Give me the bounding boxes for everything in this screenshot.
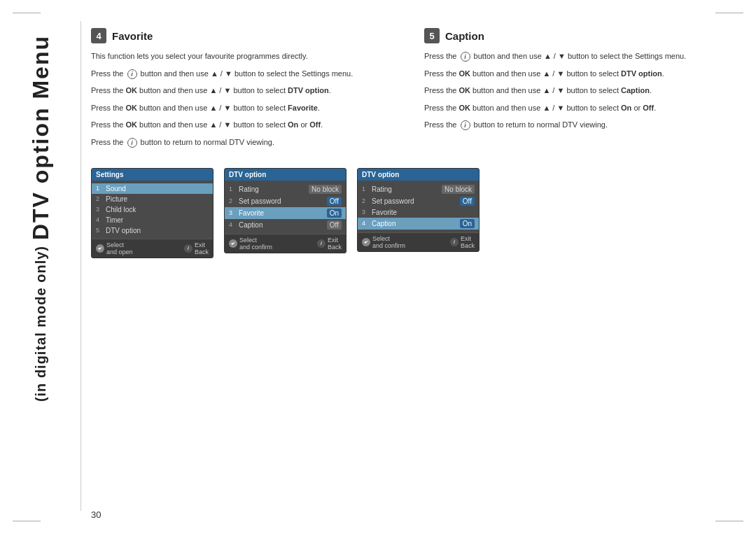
nav-left-line1-3: Select	[372, 235, 405, 242]
dtv-cap-menu-num-4: 4	[362, 220, 372, 227]
favorite-section: 4 Favorite This function lets you select…	[91, 21, 410, 154]
caption-p2: Press the OK button and then use ▲ / ▼ b…	[424, 68, 743, 80]
caption-title: Caption	[445, 30, 484, 42]
nav-left-line1: Select	[106, 241, 133, 248]
nav-exit-right: i Exit Back	[184, 241, 209, 255]
dtv-cap-menu-row-favorite: 3 Favorite	[358, 207, 479, 218]
favorite-p6: Press the i button to return to normal D…	[91, 136, 410, 149]
caption-header: 5 Caption	[424, 28, 743, 43]
screens-row: Settings 1 Sound 2 Picture 3 Child lock	[91, 168, 743, 258]
favorite-header: 4 Favorite	[91, 28, 410, 43]
dtv-cap-menu-label-setpw: Set password	[372, 197, 460, 205]
menu-row-timer: 4 Timer	[92, 215, 213, 225]
dtv-cap-menu-num-3: 3	[362, 209, 372, 216]
dtv-caption-screen-title: DTV option	[358, 169, 479, 181]
dtv-favorite-screen: DTV option 1 Rating No block 2 Set passw…	[224, 168, 346, 253]
favorite-p2: Press the i button and then use ▲ / ▼ bu…	[91, 68, 410, 80]
nav-exit-right-2: i Exit Back	[317, 237, 342, 251]
i-icon-settings: i	[184, 244, 192, 253]
favorite-body: This function lets you select your favou…	[91, 50, 410, 149]
favorite-p5: Press the OK button and then use ▲ / ▼ b…	[91, 119, 410, 132]
dtv-menu-row-caption: 4 Caption Off	[225, 219, 346, 231]
dtv-caption-screen: DTV option 1 Rating No block 2 Set passw…	[357, 168, 479, 252]
nav-right-line1: Exit	[195, 241, 209, 248]
dtv-menu-label-favorite: Favorite	[239, 209, 327, 217]
dtv-menu-value-setpw: Off	[327, 197, 342, 206]
nav-right-line1-2: Exit	[328, 237, 342, 244]
menu-label-picture: Picture	[106, 195, 209, 203]
settings-nav: Select and open i Exit Back	[92, 239, 213, 258]
dtv-menu-label-setpw: Set password	[239, 197, 327, 205]
i-icon-dtv-cap: i	[450, 238, 458, 246]
vertical-divider	[80, 21, 81, 511]
dtv-menu-value-favorite: On	[327, 209, 342, 218]
dtv-cap-menu-value-caption: On	[460, 219, 475, 228]
dtv-caption-nav: Select and confirm i Exit Back	[358, 232, 479, 251]
dtv-cap-menu-value-setpw: Off	[460, 197, 475, 206]
i-icon-dtv-fav: i	[317, 239, 326, 248]
caption-p5: Press the i button to return to normal D…	[424, 119, 743, 132]
nav-right-text-3: Exit Back	[461, 235, 475, 249]
info-icon-4: i	[461, 120, 470, 130]
dtv-cap-menu-num-2: 2	[362, 197, 372, 204]
ok-icon-dtv-cap	[362, 238, 370, 246]
menu-num-4: 4	[96, 216, 106, 223]
main-content: 4 Favorite This function lets you select…	[91, 21, 743, 521]
nav-select-left-2: Select and confirm	[229, 237, 272, 251]
nav-select-left-3: Select and confirm	[362, 235, 405, 249]
border-bottom-left	[13, 521, 41, 521]
title-sub: (in digital mode only)	[34, 246, 48, 402]
favorite-number: 4	[91, 28, 106, 43]
nav-right-line2: Back	[195, 248, 209, 255]
sections-columns: 4 Favorite This function lets you select…	[91, 21, 743, 154]
menu-row-picture: 2 Picture	[92, 194, 213, 204]
dtv-menu-num-3: 3	[229, 209, 239, 216]
nav-select-text-3: Select and confirm	[372, 235, 405, 249]
dtv-menu-value-caption: Off	[327, 220, 342, 230]
dtv-menu-label-rating: Rating	[239, 185, 309, 193]
settings-screen-title: Settings	[92, 169, 213, 181]
dtv-cap-menu-row-rating: 1 Rating No block	[358, 183, 479, 195]
title-main: DTV option Menu	[29, 35, 52, 240]
dtv-cap-menu-row-setpw: 2 Set password Off	[358, 195, 479, 207]
settings-screen: Settings 1 Sound 2 Picture 3 Child lock	[91, 168, 214, 258]
caption-number: 5	[424, 28, 440, 43]
border-top-left	[13, 13, 41, 13]
nav-right-line2-2: Back	[328, 244, 342, 251]
page-container: DTV option Menu (in digital mode only) 4…	[0, 0, 756, 534]
dtv-menu-num-2: 2	[229, 197, 239, 204]
dtv-favorite-screen-title: DTV option	[225, 169, 346, 181]
nav-right-text: Exit Back	[195, 241, 209, 255]
dtv-menu-row-setpw: 2 Set password Off	[225, 195, 346, 207]
dtv-cap-menu-label-caption: Caption	[372, 220, 460, 227]
vertical-title-area: DTV option Menu (in digital mode only)	[13, 21, 69, 511]
favorite-title: Favorite	[112, 30, 153, 42]
nav-left-line2: and open	[106, 248, 133, 255]
dtv-cap-menu-num-1: 1	[362, 185, 372, 192]
caption-p3: Press the OK button and then use ▲ / ▼ b…	[424, 85, 743, 97]
dtv-menu-row-favorite: 3 Favorite On	[225, 207, 346, 219]
dtv-caption-menu: 1 Rating No block 2 Set password Off 3 F…	[358, 181, 479, 232]
dtv-favorite-nav: Select and confirm i Exit Back	[225, 234, 346, 253]
caption-section: 5 Caption Press the i button and then us…	[424, 21, 743, 154]
dtv-cap-menu-label-favorite: Favorite	[372, 209, 475, 216]
menu-num-3: 3	[96, 206, 106, 213]
nav-exit-right-3: i Exit Back	[450, 235, 475, 249]
dtv-menu-label-caption: Caption	[239, 221, 327, 229]
dtv-favorite-menu: 1 Rating No block 2 Set password Off 3 F…	[225, 181, 346, 234]
nav-right-line1-3: Exit	[461, 235, 475, 242]
nav-right-text-2: Exit Back	[328, 237, 342, 251]
menu-num-2: 2	[96, 195, 106, 202]
dtv-cap-menu-value-rating: No block	[442, 185, 475, 194]
dtv-cap-menu-row-caption: 4 Caption On	[358, 218, 479, 230]
settings-menu: 1 Sound 2 Picture 3 Child lock 4 Timer	[92, 181, 213, 239]
menu-num-5: 5	[96, 227, 106, 234]
favorite-p1: This function lets you select your favou…	[91, 50, 410, 63]
menu-row-sound: 1 Sound	[92, 183, 213, 194]
caption-p1: Press the i button and then use ▲ / ▼ bu…	[424, 50, 743, 63]
caption-body: Press the i button and then use ▲ / ▼ bu…	[424, 50, 743, 132]
nav-select-text-2: Select and confirm	[239, 237, 272, 251]
menu-row-dtvoption: 5 DTV option	[92, 225, 213, 236]
dtv-menu-row-rating: 1 Rating No block	[225, 183, 346, 195]
info-icon-2: i	[127, 138, 137, 148]
